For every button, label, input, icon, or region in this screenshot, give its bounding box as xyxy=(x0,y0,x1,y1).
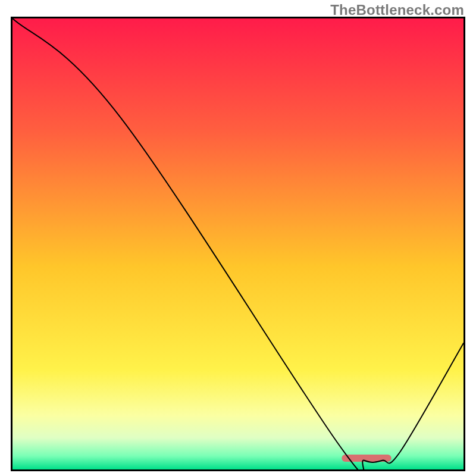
chart-svg xyxy=(11,17,465,471)
chart-background xyxy=(12,18,464,469)
watermark-text: TheBottleneck.com xyxy=(330,2,464,18)
chart-frame xyxy=(11,17,465,471)
